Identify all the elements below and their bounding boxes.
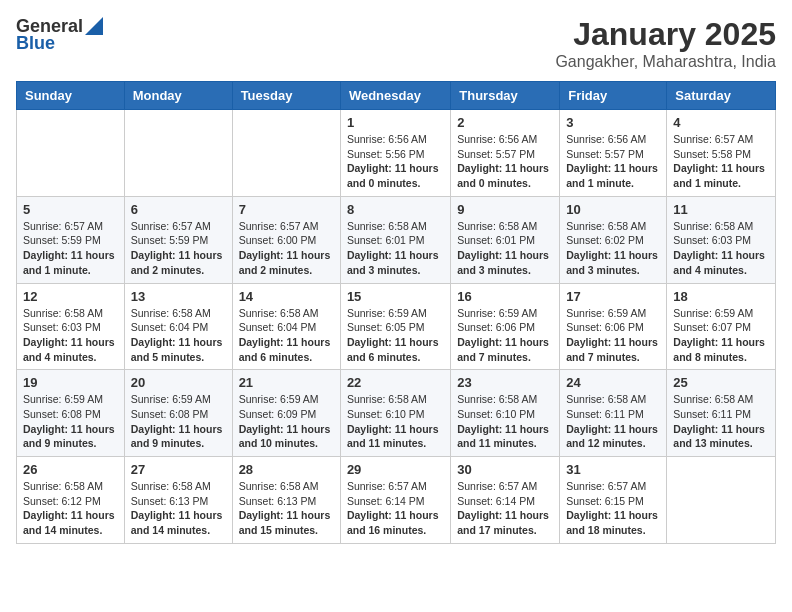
calendar-cell: 11Sunrise: 6:58 AMSunset: 6:03 PMDayligh… — [667, 196, 776, 283]
logo-text-blue: Blue — [16, 33, 55, 54]
day-info: Sunrise: 6:59 AMSunset: 6:09 PMDaylight:… — [239, 392, 334, 451]
day-info: Sunrise: 6:58 AMSunset: 6:03 PMDaylight:… — [23, 306, 118, 365]
calendar-cell: 23Sunrise: 6:58 AMSunset: 6:10 PMDayligh… — [451, 370, 560, 457]
day-number: 1 — [347, 115, 444, 130]
calendar-cell: 10Sunrise: 6:58 AMSunset: 6:02 PMDayligh… — [560, 196, 667, 283]
day-info: Sunrise: 6:59 AMSunset: 6:07 PMDaylight:… — [673, 306, 769, 365]
location-title: Gangakher, Maharashtra, India — [555, 53, 776, 71]
day-info: Sunrise: 6:57 AMSunset: 6:14 PMDaylight:… — [457, 479, 553, 538]
day-number: 9 — [457, 202, 553, 217]
calendar-cell: 17Sunrise: 6:59 AMSunset: 6:06 PMDayligh… — [560, 283, 667, 370]
day-number: 23 — [457, 375, 553, 390]
calendar-table: SundayMondayTuesdayWednesdayThursdayFrid… — [16, 81, 776, 544]
logo: General Blue — [16, 16, 103, 54]
calendar-body: 1Sunrise: 6:56 AMSunset: 5:56 PMDaylight… — [17, 110, 776, 544]
header-cell-wednesday: Wednesday — [340, 82, 450, 110]
calendar-header-row: SundayMondayTuesdayWednesdayThursdayFrid… — [17, 82, 776, 110]
calendar-cell: 13Sunrise: 6:58 AMSunset: 6:04 PMDayligh… — [124, 283, 232, 370]
calendar-cell: 15Sunrise: 6:59 AMSunset: 6:05 PMDayligh… — [340, 283, 450, 370]
calendar-cell: 16Sunrise: 6:59 AMSunset: 6:06 PMDayligh… — [451, 283, 560, 370]
header-cell-sunday: Sunday — [17, 82, 125, 110]
calendar-week-row: 19Sunrise: 6:59 AMSunset: 6:08 PMDayligh… — [17, 370, 776, 457]
calendar-cell: 7Sunrise: 6:57 AMSunset: 6:00 PMDaylight… — [232, 196, 340, 283]
day-number: 22 — [347, 375, 444, 390]
calendar-cell: 21Sunrise: 6:59 AMSunset: 6:09 PMDayligh… — [232, 370, 340, 457]
day-info: Sunrise: 6:58 AMSunset: 6:04 PMDaylight:… — [239, 306, 334, 365]
calendar-cell: 3Sunrise: 6:56 AMSunset: 5:57 PMDaylight… — [560, 110, 667, 197]
calendar-cell: 19Sunrise: 6:59 AMSunset: 6:08 PMDayligh… — [17, 370, 125, 457]
day-info: Sunrise: 6:58 AMSunset: 6:12 PMDaylight:… — [23, 479, 118, 538]
day-number: 24 — [566, 375, 660, 390]
day-info: Sunrise: 6:58 AMSunset: 6:11 PMDaylight:… — [673, 392, 769, 451]
header-cell-monday: Monday — [124, 82, 232, 110]
day-number: 29 — [347, 462, 444, 477]
day-number: 7 — [239, 202, 334, 217]
title-area: January 2025 Gangakher, Maharashtra, Ind… — [555, 16, 776, 71]
calendar-cell: 29Sunrise: 6:57 AMSunset: 6:14 PMDayligh… — [340, 457, 450, 544]
day-number: 2 — [457, 115, 553, 130]
calendar-cell: 28Sunrise: 6:58 AMSunset: 6:13 PMDayligh… — [232, 457, 340, 544]
calendar-cell: 24Sunrise: 6:58 AMSunset: 6:11 PMDayligh… — [560, 370, 667, 457]
day-info: Sunrise: 6:58 AMSunset: 6:10 PMDaylight:… — [457, 392, 553, 451]
calendar-cell: 30Sunrise: 6:57 AMSunset: 6:14 PMDayligh… — [451, 457, 560, 544]
day-number: 17 — [566, 289, 660, 304]
calendar-week-row: 5Sunrise: 6:57 AMSunset: 5:59 PMDaylight… — [17, 196, 776, 283]
calendar-cell: 27Sunrise: 6:58 AMSunset: 6:13 PMDayligh… — [124, 457, 232, 544]
calendar-cell: 2Sunrise: 6:56 AMSunset: 5:57 PMDaylight… — [451, 110, 560, 197]
day-info: Sunrise: 6:58 AMSunset: 6:02 PMDaylight:… — [566, 219, 660, 278]
day-info: Sunrise: 6:59 AMSunset: 6:08 PMDaylight:… — [23, 392, 118, 451]
page-header: General Blue January 2025 Gangakher, Mah… — [16, 16, 776, 71]
day-number: 4 — [673, 115, 769, 130]
month-title: January 2025 — [555, 16, 776, 53]
day-info: Sunrise: 6:57 AMSunset: 6:14 PMDaylight:… — [347, 479, 444, 538]
calendar-cell: 5Sunrise: 6:57 AMSunset: 5:59 PMDaylight… — [17, 196, 125, 283]
day-info: Sunrise: 6:57 AMSunset: 5:59 PMDaylight:… — [131, 219, 226, 278]
header-cell-saturday: Saturday — [667, 82, 776, 110]
day-info: Sunrise: 6:59 AMSunset: 6:06 PMDaylight:… — [457, 306, 553, 365]
calendar-cell: 20Sunrise: 6:59 AMSunset: 6:08 PMDayligh… — [124, 370, 232, 457]
day-number: 18 — [673, 289, 769, 304]
calendar-cell — [17, 110, 125, 197]
day-number: 13 — [131, 289, 226, 304]
day-info: Sunrise: 6:56 AMSunset: 5:56 PMDaylight:… — [347, 132, 444, 191]
day-info: Sunrise: 6:57 AMSunset: 5:59 PMDaylight:… — [23, 219, 118, 278]
day-info: Sunrise: 6:58 AMSunset: 6:13 PMDaylight:… — [239, 479, 334, 538]
day-info: Sunrise: 6:57 AMSunset: 5:58 PMDaylight:… — [673, 132, 769, 191]
calendar-week-row: 12Sunrise: 6:58 AMSunset: 6:03 PMDayligh… — [17, 283, 776, 370]
day-number: 27 — [131, 462, 226, 477]
calendar-cell: 25Sunrise: 6:58 AMSunset: 6:11 PMDayligh… — [667, 370, 776, 457]
calendar-week-row: 1Sunrise: 6:56 AMSunset: 5:56 PMDaylight… — [17, 110, 776, 197]
header-cell-tuesday: Tuesday — [232, 82, 340, 110]
day-number: 3 — [566, 115, 660, 130]
day-number: 30 — [457, 462, 553, 477]
calendar-cell: 1Sunrise: 6:56 AMSunset: 5:56 PMDaylight… — [340, 110, 450, 197]
day-info: Sunrise: 6:58 AMSunset: 6:03 PMDaylight:… — [673, 219, 769, 278]
day-info: Sunrise: 6:57 AMSunset: 6:00 PMDaylight:… — [239, 219, 334, 278]
day-info: Sunrise: 6:58 AMSunset: 6:11 PMDaylight:… — [566, 392, 660, 451]
day-number: 10 — [566, 202, 660, 217]
header-cell-friday: Friday — [560, 82, 667, 110]
day-number: 26 — [23, 462, 118, 477]
day-number: 8 — [347, 202, 444, 217]
calendar-cell: 12Sunrise: 6:58 AMSunset: 6:03 PMDayligh… — [17, 283, 125, 370]
svg-marker-0 — [85, 17, 103, 35]
calendar-cell: 26Sunrise: 6:58 AMSunset: 6:12 PMDayligh… — [17, 457, 125, 544]
calendar-cell — [232, 110, 340, 197]
calendar-cell: 14Sunrise: 6:58 AMSunset: 6:04 PMDayligh… — [232, 283, 340, 370]
logo-icon — [85, 17, 103, 35]
day-number: 11 — [673, 202, 769, 217]
day-number: 16 — [457, 289, 553, 304]
header-cell-thursday: Thursday — [451, 82, 560, 110]
day-number: 12 — [23, 289, 118, 304]
day-info: Sunrise: 6:58 AMSunset: 6:04 PMDaylight:… — [131, 306, 226, 365]
day-number: 20 — [131, 375, 226, 390]
day-info: Sunrise: 6:58 AMSunset: 6:13 PMDaylight:… — [131, 479, 226, 538]
day-number: 25 — [673, 375, 769, 390]
day-info: Sunrise: 6:59 AMSunset: 6:06 PMDaylight:… — [566, 306, 660, 365]
day-info: Sunrise: 6:57 AMSunset: 6:15 PMDaylight:… — [566, 479, 660, 538]
calendar-cell: 31Sunrise: 6:57 AMSunset: 6:15 PMDayligh… — [560, 457, 667, 544]
day-info: Sunrise: 6:58 AMSunset: 6:10 PMDaylight:… — [347, 392, 444, 451]
day-info: Sunrise: 6:56 AMSunset: 5:57 PMDaylight:… — [457, 132, 553, 191]
day-number: 28 — [239, 462, 334, 477]
calendar-week-row: 26Sunrise: 6:58 AMSunset: 6:12 PMDayligh… — [17, 457, 776, 544]
